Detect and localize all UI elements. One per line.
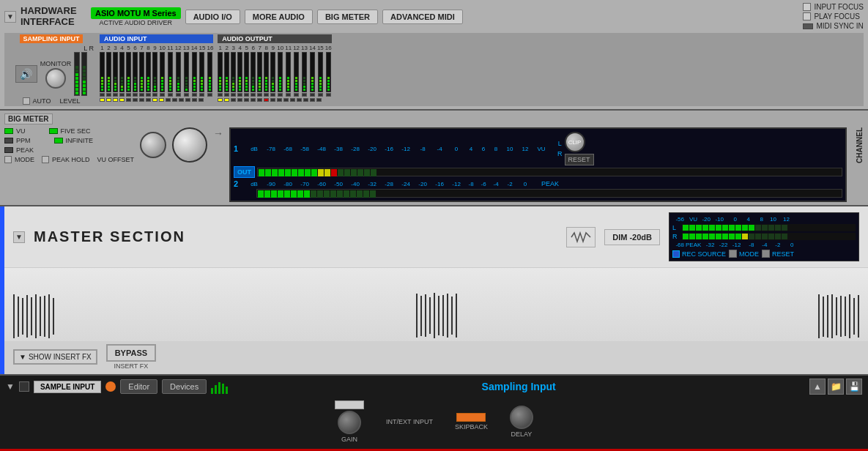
- mode-checkbox-mr[interactable]: [729, 250, 737, 258]
- mr-r-bar-row: R: [672, 233, 856, 240]
- audio-output-label: AUDIO OUTPUT: [218, 34, 331, 43]
- midi-sync-check-row: MIDI SYNC IN: [803, 22, 864, 30]
- mode-label-mr: MODE: [739, 250, 759, 258]
- sampling-input-label: SAMPLING INPUT: [20, 34, 82, 43]
- editor-button[interactable]: Editor: [120, 379, 157, 394]
- ao-col-15: 15: [317, 45, 324, 97]
- fader-line-7: [40, 297, 41, 336]
- input-focus-checkbox[interactable]: [803, 3, 811, 11]
- dim-button[interactable]: DIM -20dB: [604, 229, 660, 245]
- bm-out2-row: [234, 189, 842, 198]
- fader-line-10: [53, 298, 54, 335]
- ao-col-10: 10: [277, 45, 283, 97]
- insert-fx-label: INSERT FX: [114, 362, 149, 370]
- master-collapse-btn[interactable]: ▼: [13, 231, 25, 243]
- five-sec-label: FIVE SEC: [61, 127, 91, 135]
- bm-scale-row1: dB -78 -68 -58 -48 -38 -28 -20 -16 -12 -…: [246, 146, 549, 152]
- folder-btn[interactable]: 📁: [828, 379, 844, 395]
- bm-clip-reset: CLIP RESET: [565, 132, 594, 165]
- mr-l-bar-row: L: [672, 224, 856, 231]
- fader-line-9: [48, 294, 50, 338]
- mode-check: MODE: [729, 250, 759, 258]
- sampling-title: Sampling Input: [232, 381, 805, 392]
- reset-button[interactable]: RESET: [565, 154, 594, 165]
- gain-knob[interactable]: [338, 411, 361, 434]
- bypass-group: BYPASS INSERT FX: [106, 344, 156, 370]
- hw-collapse-btn[interactable]: ▼: [4, 11, 16, 23]
- ppm-row: PPM INFINITE: [4, 137, 134, 144]
- big-meter-inner: VU FIVE SEC PPM INFINITE PEAK MODE PEA: [4, 127, 864, 202]
- auto-checkbox[interactable]: [23, 97, 30, 105]
- master-section: ▼ MASTER SECTION DIM -20dB -56VU-20-1004…: [0, 206, 868, 376]
- bm-knob-2[interactable]: [172, 127, 207, 163]
- ch-led-1: [100, 93, 105, 97]
- vu-row: VU FIVE SEC: [4, 127, 134, 135]
- delay-knob[interactable]: [510, 406, 533, 429]
- mr-scale-top: -56VU-20-100481012: [672, 216, 856, 223]
- ppm-led: [4, 138, 13, 144]
- big-meter-section: BIG METER VU FIVE SEC PPM INFINITE PEAK: [0, 111, 868, 206]
- monitor-knob[interactable]: [45, 68, 66, 89]
- bm-out-btn[interactable]: OUT: [234, 166, 255, 178]
- hw-right-checks: INPUT FOCUS PLAY FOCUS MIDI SYNC IN: [803, 3, 864, 30]
- sampling-collapse-btn[interactable]: ▼: [6, 381, 15, 392]
- up-arrow-btn[interactable]: ▲: [809, 379, 826, 395]
- peak-hold-checkbox[interactable]: [42, 156, 49, 163]
- bm-controls: VU FIVE SEC PPM INFINITE PEAK MODE PEA: [4, 127, 134, 163]
- mode-checkbox[interactable]: [4, 156, 12, 163]
- master-wave-btn[interactable]: [566, 227, 596, 247]
- rec-source-checkbox[interactable]: [672, 250, 680, 258]
- monitor-area: SAMPLING INPUT L R 🔊 MONITOR: [7, 34, 95, 105]
- channel-col-8: 8: [146, 45, 151, 97]
- more-audio-btn[interactable]: MORE AUDIO: [245, 10, 313, 24]
- master-wrapper: ▼ MASTER SECTION DIM -20dB -56VU-20-1004…: [0, 206, 868, 374]
- master-body: [4, 268, 868, 341]
- driver-box: ASIO MOTU M Series ACTIVE AUDIO DRIVER: [91, 7, 181, 26]
- ao-col-2: 2: [224, 45, 229, 97]
- channel-col-14: 14: [191, 45, 198, 97]
- sampling-toolbar: ▲ 📁 💾: [809, 379, 862, 395]
- audio-io-btn[interactable]: AUDIO I/O: [185, 10, 240, 24]
- mr-bottom-row: REC SOURCE MODE RESET: [672, 250, 856, 258]
- advanced-midi-btn[interactable]: ADVANCED MIDI: [382, 10, 463, 24]
- peak-led: [4, 147, 13, 153]
- fader-line-4: [26, 295, 28, 338]
- hw-meters-row: SAMPLING INPUT L R 🔊 MONITOR: [4, 33, 864, 106]
- bm-ch2-num-row: 2 dB -90 -80 -70 -60 -50 -40 -32 -28 -24…: [234, 179, 842, 188]
- ao-col-14: 14: [309, 45, 316, 97]
- bypass-button[interactable]: BYPASS: [106, 344, 156, 362]
- big-meter-display: 1 dB -78 -68 -58 -48 -38 -28 -20 -16 -12…: [229, 127, 847, 202]
- sample-input-label: SAMPLE INPUT: [34, 381, 101, 393]
- infinite-label: INFINITE: [66, 137, 94, 144]
- channel-col-15: 15: [199, 45, 206, 97]
- skipback-slider[interactable]: [456, 413, 486, 422]
- bm-knob-1[interactable]: [140, 132, 166, 158]
- bm-knobs: [140, 127, 207, 163]
- audio-in-leds-row: [100, 98, 213, 102]
- ppm-label: PPM: [16, 137, 31, 144]
- gain-slider[interactable]: [335, 400, 364, 409]
- clip-button[interactable]: CLIP: [565, 132, 585, 152]
- ao-col-3: 3: [231, 45, 236, 97]
- monitor-inner: 🔊 MONITOR: [15, 52, 87, 96]
- show-insert-btn[interactable]: ▼ SHOW INSERT FX: [13, 349, 97, 365]
- bm-arrow: →: [213, 127, 223, 139]
- master-header: ▼ MASTER SECTION DIM -20dB -56VU-20-1004…: [4, 206, 868, 268]
- mr-l-bar: [682, 224, 856, 231]
- devices-button[interactable]: Devices: [162, 379, 207, 394]
- midi-sync-label: MIDI SYNC IN: [816, 22, 863, 30]
- save-floppy-btn[interactable]: 💾: [846, 379, 862, 395]
- gain-label: GAIN: [341, 436, 357, 443]
- big-meter-label: BIG METER: [4, 113, 53, 124]
- reset-checkbox-mr[interactable]: [762, 250, 770, 258]
- ao-col-12: 12: [293, 45, 300, 97]
- big-meter-btn[interactable]: BIG METER: [317, 10, 378, 24]
- play-focus-checkbox[interactable]: [803, 12, 811, 20]
- infinite-led: [54, 138, 63, 144]
- ai-led-1: [100, 98, 105, 102]
- r-meter: [81, 52, 87, 96]
- level-label: LEVEL: [59, 97, 80, 105]
- speaker-icon[interactable]: 🔊: [15, 65, 37, 83]
- delay-label: DELAY: [511, 430, 533, 438]
- channel-col-10: 10: [159, 45, 166, 97]
